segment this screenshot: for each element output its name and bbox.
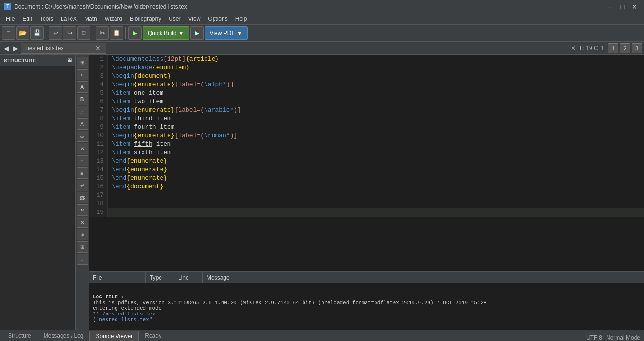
tab-messages-log[interactable]: Messages / Log	[37, 331, 90, 341]
file-tab[interactable]: nested lists.tex ✕	[21, 43, 106, 54]
line-content[interactable]: \end{enumerate}	[108, 157, 167, 166]
quick-build-button[interactable]: Quick Build ▼	[143, 26, 189, 40]
line-content[interactable]: \item third item	[108, 114, 171, 123]
line-content[interactable]: \item fifth item	[108, 140, 171, 149]
tab-source-viewer[interactable]: Source Viewer	[89, 331, 139, 341]
window-title: Document : C:/Users/mahesh/Documents/New…	[14, 3, 187, 10]
icon-infinity[interactable]: ∞	[77, 131, 88, 142]
line-number: 18	[89, 200, 108, 208]
menu-help[interactable]: Help	[232, 13, 251, 24]
line-content[interactable]: \end{enumerate}	[108, 174, 167, 183]
menu-latex[interactable]: LaTeX	[57, 13, 80, 24]
line-number: 19	[89, 208, 108, 217]
line-content[interactable]: \item two item	[108, 97, 163, 106]
icon-dollar[interactable]: $$	[77, 192, 88, 203]
code-editor[interactable]: 1\documentclass[12pt]{article}2\usepacka…	[89, 55, 644, 271]
tab-structure[interactable]: Structure	[2, 331, 37, 341]
title-bar: T Document : C:/Users/mahesh/Documents/N…	[0, 0, 644, 13]
new-button[interactable]: □	[2, 26, 15, 40]
icon-cross[interactable]: ✕	[77, 143, 88, 154]
redo-button[interactable]: ↪	[63, 26, 76, 40]
menu-user[interactable]: User	[165, 13, 184, 24]
code-line-1: 1\documentclass[12pt]{article}	[89, 55, 644, 63]
tab-ready[interactable]: Ready	[139, 331, 168, 341]
icon-ref[interactable]: ref	[77, 69, 88, 80]
icon-plus-circle[interactable]: ⊕	[77, 229, 88, 240]
line-content[interactable]: \begin{enumerate}[label=(\alph*)]	[108, 80, 233, 89]
tab-right-info: ✕ L: 19 C: 1 1 2 3	[571, 43, 642, 53]
main-layout: STRUCTURE ⊞ ⊞ ref A B i Λ ∞ ✕ ≡ ≡ ↩ $$ ✕…	[0, 55, 644, 330]
line-content[interactable]: \begin{enumerate}[label=(\roman*)]	[108, 131, 237, 140]
copy-doc-button[interactable]: ⧉	[77, 26, 90, 40]
maximize-button[interactable]: □	[617, 1, 628, 12]
log-label: LOG FILE :	[93, 294, 640, 300]
line-content[interactable]	[108, 208, 116, 217]
menu-file[interactable]: File	[2, 13, 18, 24]
minimize-button[interactable]: ─	[604, 1, 616, 12]
icon-new[interactable]: ⊞	[77, 57, 88, 68]
view-2-button[interactable]: 2	[620, 43, 630, 53]
line-number: 14	[89, 166, 108, 174]
line-content[interactable]: \begin{document}	[108, 72, 171, 80]
toolbar-separator3	[125, 27, 126, 39]
line-content[interactable]: \item one item	[108, 89, 163, 97]
icon-B[interactable]: B	[77, 94, 88, 105]
menu-tools[interactable]: Tools	[36, 13, 57, 24]
icon-list1[interactable]: ≡	[77, 155, 88, 166]
line-content[interactable]	[108, 200, 116, 208]
line-number: 4	[89, 80, 108, 89]
line-content[interactable]: \item sixth item	[108, 149, 171, 157]
line-number: 15	[89, 174, 108, 183]
undo-button[interactable]: ↩	[49, 26, 62, 40]
tab-nav-prev[interactable]: ◀	[2, 44, 11, 52]
icon-A[interactable]: A	[77, 81, 88, 93]
icon-lambda[interactable]: Λ	[77, 118, 88, 130]
structure-expand-icon[interactable]: ⊞	[67, 57, 72, 63]
status-right: UTF-8 Normal Mode	[586, 334, 642, 341]
icon-x2[interactable]: ✕	[77, 217, 88, 228]
close-icon[interactable]: ✕	[571, 45, 576, 52]
icon-return[interactable]: ↩	[77, 180, 88, 191]
line-number: 13	[89, 157, 108, 166]
line-content[interactable]: \documentclass[12pt]{article}	[108, 55, 219, 63]
line-number: 6	[89, 97, 108, 106]
menu-view[interactable]: View	[185, 13, 205, 24]
log-link-1[interactable]: **./nested lists.tex	[93, 311, 155, 317]
icon-list2[interactable]: ≡	[77, 167, 88, 179]
icon-x1[interactable]: ✕	[77, 204, 88, 216]
icon-down-arrow[interactable]: ↓	[77, 254, 88, 265]
save-button[interactable]: 💾	[30, 26, 44, 40]
paste-button[interactable]: 📋	[110, 26, 123, 40]
tab-nav-next[interactable]: ▶	[11, 44, 20, 52]
menu-wizard[interactable]: Wizard	[101, 13, 126, 24]
left-icons-panel: ⊞ ref A B i Λ ∞ ✕ ≡ ≡ ↩ $$ ✕ ✕ ⊕ ⊞ ↓	[76, 55, 89, 330]
line-content[interactable]: \begin{enumerate}[label=(\arabic*)]	[108, 106, 241, 114]
line-content[interactable]: \end{enumerate}	[108, 166, 167, 174]
view-3-button[interactable]: 3	[632, 43, 642, 53]
play-run-button[interactable]: ▶	[128, 26, 142, 40]
line-number: 8	[89, 114, 108, 123]
line-content[interactable]: \item fourth item	[108, 123, 175, 131]
line-content[interactable]	[108, 191, 116, 200]
menu-options[interactable]: Options	[204, 13, 231, 24]
menu-bibliography[interactable]: Bibliography	[126, 13, 165, 24]
output-empty-row	[89, 283, 644, 292]
line-content[interactable]: \end{document}	[108, 183, 163, 191]
file-tab-close[interactable]: ✕	[95, 44, 101, 52]
line-content[interactable]: \usepackage{enumitem}	[108, 63, 189, 72]
menu-math[interactable]: Math	[80, 13, 101, 24]
structure-title: STRUCTURE	[4, 58, 36, 63]
log-link-2[interactable]: "nested lists.tex"	[96, 317, 152, 323]
view-pdf-button[interactable]: View PDF ▼	[205, 26, 248, 40]
close-button[interactable]: ✕	[629, 1, 640, 12]
open-button[interactable]: 📂	[16, 26, 29, 40]
cut-button[interactable]: ✂	[96, 26, 109, 40]
file-tab-bar: ◀ ▶ nested lists.tex ✕ ✕ L: 19 C: 1 1 2 …	[0, 42, 644, 55]
view-1-button[interactable]: 1	[608, 43, 618, 53]
icon-plus-square[interactable]: ⊞	[77, 241, 88, 253]
icon-info[interactable]: i	[77, 106, 88, 117]
run-button[interactable]: ▶	[190, 26, 204, 40]
log-line-2: **./nested lists.tex	[93, 311, 640, 317]
code-line-3: 3\begin{document}	[89, 72, 644, 80]
menu-edit[interactable]: Edit	[18, 13, 36, 24]
